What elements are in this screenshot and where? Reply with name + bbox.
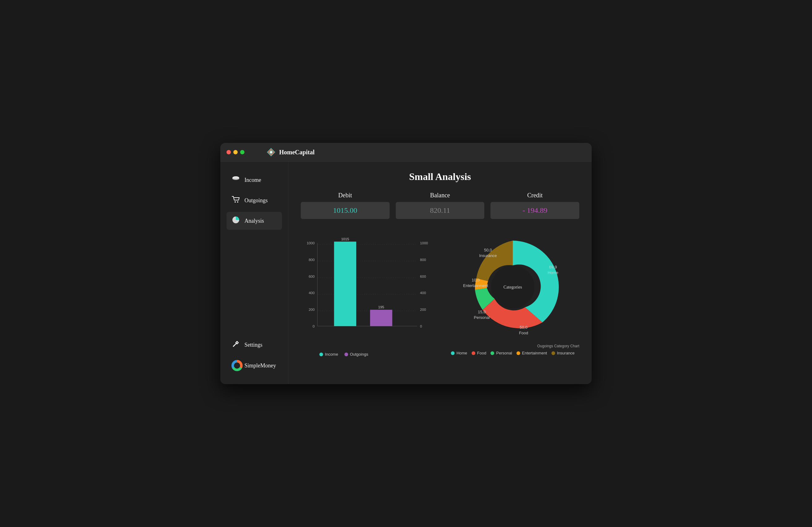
income-legend-label: Income — [325, 352, 338, 357]
debit-value: 1015.00 — [301, 202, 390, 219]
outgoings-legend-dot — [345, 352, 348, 356]
svg-text:600: 600 — [420, 274, 426, 278]
personal-sublabel: Personal — [474, 315, 490, 320]
svg-text:195: 195 — [378, 305, 384, 309]
personal-dot — [491, 351, 494, 355]
food-sublabel: Food — [519, 331, 528, 335]
legend-outgoings: Outgoings — [345, 352, 368, 357]
sidebar-item-analysis[interactable]: Analysis — [227, 212, 282, 230]
sidebar-item-income-label: Income — [245, 177, 261, 183]
food-label: 50,0 — [520, 325, 527, 330]
simplemoney-icon — [231, 360, 240, 371]
bar-chart-container: 0 200 400 600 800 1000 0 200 400 600 800 — [301, 231, 434, 357]
entertainment-dot — [517, 351, 520, 355]
income-icon — [231, 175, 240, 185]
home-sublabel: Home — [548, 270, 559, 275]
svg-text:200: 200 — [420, 307, 426, 312]
minimize-button[interactable] — [233, 150, 238, 154]
debit-label: Debit — [338, 192, 352, 199]
balance-col: Balance 820.11 — [396, 192, 484, 219]
credit-label: Credit — [527, 192, 543, 199]
home-dot — [451, 351, 454, 355]
sidebar-bottom: Settings SimpleMoney — [227, 336, 282, 375]
sidebar-item-analysis-label: Analysis — [245, 218, 264, 224]
svg-point-3 — [270, 151, 272, 153]
insurance-sublabel: Insurance — [479, 253, 497, 258]
outgoings-legend-label: Outgoings — [350, 352, 368, 357]
settings-icon — [231, 340, 240, 350]
balance-label: Balance — [430, 192, 450, 199]
entertainment-sublabel: Entertainment — [463, 283, 488, 288]
credit-value: - 194.89 — [491, 202, 579, 219]
svg-text:0: 0 — [420, 324, 422, 328]
traffic-lights — [227, 150, 245, 154]
svg-point-7 — [235, 201, 236, 202]
chart-subtitle: Ougoings Category Chart — [446, 344, 579, 348]
donut-legend-food: Food — [472, 351, 487, 355]
insurance-legend-label: Insurance — [557, 351, 575, 355]
page-title: Small Analysis — [301, 171, 579, 182]
home-legend-label: Home — [456, 351, 467, 355]
sidebar-item-settings[interactable]: Settings — [227, 336, 282, 354]
sidebar-item-income[interactable]: Income — [227, 171, 282, 189]
sidebar-item-outgoings[interactable]: Outgoings — [227, 192, 282, 209]
sidebar-item-simplemoney[interactable]: SimpleMoney — [227, 356, 282, 375]
stats-row: Debit 1015.00 Balance 820.11 Credit - 19… — [301, 192, 579, 219]
sidebar: Income Outgoings — [220, 162, 288, 384]
donut-chart-container: Categories 69,9 Home 50,0 Food 15,0 Pers… — [446, 231, 579, 355]
svg-text:400: 400 — [308, 291, 315, 295]
charts-row: 0 200 400 600 800 1000 0 200 400 600 800 — [301, 231, 579, 357]
insurance-dot — [551, 351, 555, 355]
maximize-button[interactable] — [240, 150, 245, 154]
income-legend-dot — [319, 352, 323, 356]
balance-value: 820.11 — [396, 202, 484, 219]
sidebar-item-simplemoney-label: SimpleMoney — [245, 362, 276, 369]
donut-legend: Home Food Personal Entertainment — [451, 351, 575, 355]
bar-chart-area: 0 200 400 600 800 1000 0 200 400 600 800 — [301, 231, 434, 349]
svg-text:800: 800 — [308, 258, 315, 262]
app-logo-icon — [267, 148, 275, 156]
personal-legend-label: Personal — [496, 351, 512, 355]
home-label: 69,9 — [549, 265, 557, 269]
entertainment-label: 10,0 — [472, 278, 479, 282]
app-title: HomeCapital — [279, 149, 315, 156]
credit-col: Credit - 194.89 — [491, 192, 579, 219]
outgoings-bar — [370, 310, 392, 326]
svg-text:1015: 1015 — [341, 237, 349, 241]
analysis-icon — [231, 215, 240, 226]
debit-col: Debit 1015.00 — [301, 192, 390, 219]
bar-chart-svg: 0 200 400 600 800 1000 0 200 400 600 800 — [301, 231, 434, 349]
svg-text:0: 0 — [313, 324, 315, 328]
sidebar-item-settings-label: Settings — [245, 342, 262, 348]
donut-chart-svg: Categories 69,9 Home 50,0 Food 15,0 Pers… — [457, 231, 568, 343]
income-bar — [334, 242, 357, 326]
close-button[interactable] — [227, 150, 231, 154]
personal-label: 15,0 — [478, 310, 485, 314]
svg-text:400: 400 — [420, 291, 426, 295]
legend-income: Income — [319, 352, 338, 357]
title-bar: HomeCapital — [220, 143, 592, 162]
food-legend-label: Food — [477, 351, 487, 355]
donut-legend-home: Home — [451, 351, 467, 355]
svg-text:800: 800 — [420, 258, 426, 262]
outgoings-icon — [231, 195, 240, 206]
entertainment-legend-label: Entertainment — [522, 351, 547, 355]
donut-legend-entertainment: Entertainment — [517, 351, 547, 355]
main-content: Small Analysis Debit 1015.00 Balance 820… — [288, 162, 592, 384]
insurance-label: 50,0 — [484, 248, 492, 252]
main-window: HomeCapital Income — [220, 143, 592, 384]
svg-text:1000: 1000 — [420, 241, 428, 245]
svg-text:1000: 1000 — [307, 241, 315, 245]
donut-legend-personal: Personal — [491, 351, 512, 355]
svg-text:600: 600 — [308, 274, 315, 278]
svg-point-8 — [237, 201, 238, 202]
svg-text:200: 200 — [308, 307, 315, 312]
donut-legend-insurance: Insurance — [551, 351, 575, 355]
main-layout: Income Outgoings — [220, 162, 592, 384]
donut-center-text: Categories — [504, 285, 522, 289]
svg-line-9 — [233, 345, 235, 346]
bar-chart-legend: Income Outgoings — [301, 352, 434, 357]
svg-point-6 — [232, 178, 239, 180]
sidebar-item-outgoings-label: Outgoings — [245, 197, 268, 204]
food-dot — [472, 351, 475, 355]
